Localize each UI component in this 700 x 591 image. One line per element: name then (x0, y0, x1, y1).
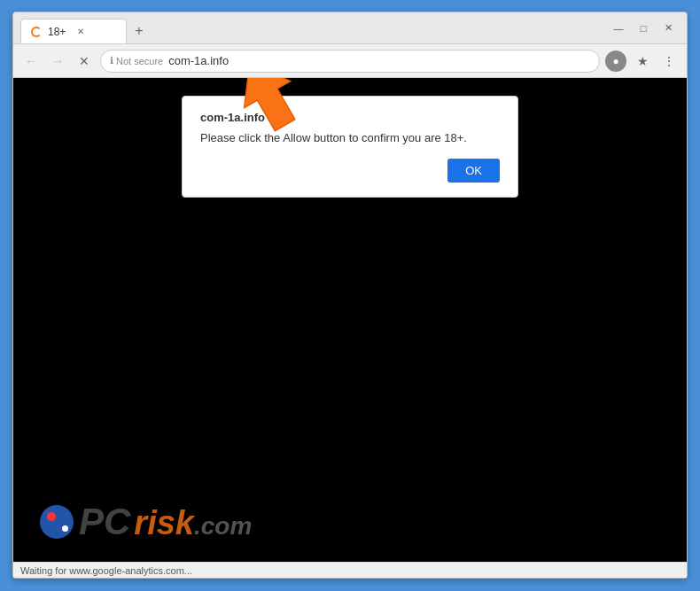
tab-favicon-icon (30, 26, 43, 38)
dialog-overlay: com-1a.info says Please click the Allow … (13, 78, 687, 562)
profile-button[interactable]: ● (605, 51, 626, 72)
menu-button[interactable]: ⋮ (658, 51, 680, 72)
dialog-message: Please click the Allow button to confirm… (200, 131, 500, 144)
back-button[interactable]: ← (20, 51, 42, 72)
arrow-annotation (218, 78, 324, 136)
tab-title: 18+ (48, 26, 66, 38)
watermark-dotcom: .com (194, 514, 252, 539)
window-controls: — □ ✕ (607, 17, 680, 40)
page-content: com-1a.info says Please click the Allow … (13, 78, 687, 562)
url-display: com-1a.info (168, 54, 590, 67)
watermark-pc: PC (79, 503, 130, 540)
dialog-footer: OK (200, 159, 500, 183)
ok-button[interactable]: OK (447, 159, 500, 183)
minimize-button[interactable]: — (607, 17, 630, 40)
title-bar: 18+ ✕ + — □ ✕ (13, 12, 687, 44)
status-text: Waiting for www.google-analytics.com... (20, 565, 192, 576)
logo-dot-red (47, 512, 56, 521)
forward-button[interactable]: → (47, 51, 68, 72)
watermark-risk: risk (134, 506, 194, 540)
address-input[interactable]: ℹ Not secure com-1a.info (100, 50, 600, 73)
status-bar: Waiting for www.google-analytics.com... (13, 562, 687, 578)
security-text: Not secure (116, 56, 163, 66)
watermark: PC risk .com (40, 503, 252, 540)
dialog-site: com-1a.info says (200, 111, 500, 124)
tab-area: 18+ ✕ + (20, 12, 607, 43)
info-icon: ℹ (110, 55, 113, 66)
new-tab-button[interactable]: + (127, 19, 152, 43)
logo-dot-white (62, 525, 68, 532)
close-button[interactable]: ✕ (657, 17, 680, 40)
tab-close-button[interactable]: ✕ (74, 26, 87, 38)
svg-marker-1 (227, 78, 308, 136)
address-bar: ← → ✕ ℹ Not secure com-1a.info ● ★ ⋮ (13, 44, 687, 78)
browser-window: 18+ ✕ + — □ ✕ ← → ✕ ℹ Not secure com-1a.… (12, 12, 688, 579)
security-indicator: ℹ Not secure (110, 55, 163, 66)
reload-button[interactable]: ✕ (74, 51, 95, 72)
maximize-button[interactable]: □ (632, 17, 655, 40)
browser-tab[interactable]: 18+ ✕ (20, 19, 127, 43)
bookmark-button[interactable]: ★ (632, 51, 653, 72)
logo-icon (40, 505, 74, 539)
dialog-box: com-1a.info says Please click the Allow … (182, 96, 518, 198)
